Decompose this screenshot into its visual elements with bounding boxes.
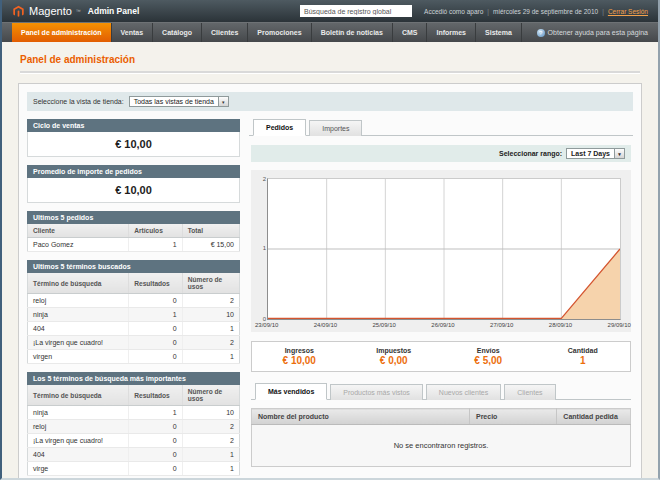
results-cell: 1 [129, 406, 183, 420]
y-axis-tick: 1 [257, 245, 266, 251]
table-row[interactable]: reloj 0 2 [28, 420, 240, 434]
uses-cell: 1 [182, 322, 239, 336]
column-header: Término de búsqueda [28, 385, 129, 406]
results-cell: 0 [129, 434, 183, 448]
dashboard-container: Seleccione la vista de tienda: Todas las… [18, 83, 642, 480]
table-row[interactable]: ¡La virgen que cuadro! 0 2 [28, 434, 240, 448]
nav-item[interactable]: Sistema [476, 23, 522, 42]
trademark-mark: ™ [76, 8, 81, 14]
column-header: Resultados [129, 273, 183, 294]
search-term-cell: ninja [28, 406, 129, 420]
column-header: Nombre del producto [252, 409, 470, 425]
total-cell: Cantidad 1 [536, 347, 631, 366]
session-info: Accedió como aparo | miércoles 29 de sep… [424, 8, 648, 15]
panel-title: Los 5 términos de búsqueda más important… [27, 372, 240, 385]
global-search-input[interactable] [300, 5, 412, 17]
nav-item[interactable]: Ventas [112, 23, 154, 42]
lifetime-sales-panel: Ciclo de ventas € 10,00 [27, 119, 240, 157]
table-row[interactable]: ninja 1 10 [28, 308, 240, 322]
tab-label: Nuevos clientes [439, 389, 488, 396]
main-nav: Panel de administración Ventas Catálogo … [2, 22, 658, 42]
uses-cell: 10 [182, 308, 239, 322]
search-term-cell: ¡La virgen que cuadro! [28, 434, 129, 448]
panel-title: Promedio de importe de pedidos [27, 165, 240, 178]
column-header: Número de usos [182, 385, 239, 406]
panel-title: Ultimos 5 términos buscados [27, 260, 240, 273]
content-area: Panel de administración Seleccione la vi… [2, 42, 658, 479]
range-select[interactable]: Last 7 Days ▾ [566, 148, 625, 159]
nav-item[interactable]: CMS [393, 23, 428, 42]
magento-admin-window: Magento™ Admin Panel Accedió como aparo … [0, 0, 660, 480]
uses-cell: 2 [182, 420, 239, 434]
results-cell: 0 [129, 448, 183, 462]
y-axis-tick: 2 [257, 176, 266, 182]
table-row[interactable]: virgen 0 1 [28, 350, 240, 364]
search-term-cell: ¡La virgen que cuadro! [28, 336, 129, 350]
page-help-link[interactable]: ? Obtener ayuda para esta página [537, 23, 658, 42]
store-view-select[interactable]: Todas las vistas de tienda ▾ [129, 96, 229, 107]
results-cell: 0 [129, 322, 183, 336]
title-divider [20, 71, 640, 74]
nav-item-label: CMS [402, 29, 418, 36]
top-search-terms-panel: Los 5 términos de búsqueda más important… [27, 372, 240, 476]
table-row[interactable]: ninja 1 10 [28, 406, 240, 420]
grid-tab[interactable]: Más vendidos [255, 383, 327, 400]
results-cell: 0 [129, 336, 183, 350]
nav-item[interactable]: Catálogo [153, 23, 202, 42]
nav-item-label: Clientes [211, 29, 238, 36]
chevron-down-icon: ▾ [218, 97, 228, 106]
chart-tab[interactable]: Pedidos [253, 119, 306, 136]
table-row[interactable]: virge 0 1 [28, 462, 240, 476]
uses-cell: 1 [182, 350, 239, 364]
page-title: Panel de administración [20, 54, 640, 65]
logout-link[interactable]: Cerrar Sesión [608, 8, 648, 15]
totals-bar: Ingresos € 10,00 Impuestos € 0,00 Envíos [251, 341, 631, 372]
table-row[interactable]: reloj 0 2 [28, 294, 240, 308]
table-row[interactable]: 404 0 1 [28, 322, 240, 336]
table-row[interactable]: 404 0 1 [28, 448, 240, 462]
x-axis-tick: 29/09/10 [608, 322, 631, 328]
search-term-cell: virge [28, 462, 129, 476]
bestsellers-table: Nombre del producto Precio Cantidad pedi… [251, 408, 631, 467]
nav-item[interactable]: Boletín de noticias [312, 23, 393, 42]
x-axis-tick: 25/09/10 [373, 322, 396, 328]
logged-in-as: Accedió como aparo [424, 8, 483, 15]
table-row[interactable]: ¡La virgen que cuadro! 0 2 [28, 336, 240, 350]
magento-logo-icon [12, 5, 25, 18]
grid-tab[interactable]: Nuevos clientes [426, 384, 501, 400]
results-cell: 0 [129, 462, 183, 476]
table-row[interactable]: Paco Gomez 1 € 15,00 [28, 238, 240, 252]
search-term-cell: ninja [28, 308, 129, 322]
grid-tab[interactable]: Clientes [504, 384, 555, 400]
total-cell: € 15,00 [182, 238, 239, 252]
column-header: Precio [469, 409, 556, 425]
nav-item[interactable]: Panel de administración [12, 23, 112, 42]
column-header: Resultados [129, 385, 183, 406]
grid-tab[interactable]: Productos más vistos [330, 384, 423, 400]
column-header: Cliente [28, 224, 129, 238]
total-value: 1 [536, 355, 631, 366]
nav-item-label: Ventas [121, 29, 144, 36]
chart-tab[interactable]: Importes [309, 120, 362, 136]
nav-item[interactable]: Clientes [202, 23, 248, 42]
left-column: Ciclo de ventas € 10,00 Promedio de impo… [27, 119, 240, 476]
uses-cell: 2 [182, 336, 239, 350]
current-date: miércoles 29 de septiembre de 2010 [493, 8, 598, 15]
uses-cell: 1 [182, 448, 239, 462]
store-view-selected: Todas las vistas de tienda [130, 97, 218, 106]
nav-item[interactable]: Informes [427, 23, 476, 42]
panel-title: Ultimos 5 pedidos [27, 211, 240, 224]
uses-cell: 2 [182, 434, 239, 448]
tab-label: Pedidos [266, 124, 293, 131]
uses-cell: 10 [182, 406, 239, 420]
chart-tabs: Pedidos Importes [249, 119, 633, 136]
column-header: Total [182, 224, 239, 238]
total-value: € 0,00 [347, 355, 442, 366]
results-cell: 0 [129, 350, 183, 364]
panel-title: Ciclo de ventas [27, 119, 240, 132]
nav-item[interactable]: Promociones [248, 23, 311, 42]
nav-item-label: Panel de administración [21, 29, 102, 36]
items-cell: 1 [129, 238, 183, 252]
range-label: Seleccionar rango: [499, 150, 562, 157]
last-orders-table: Cliente Artículos Total Paco Gomez 1 [27, 224, 240, 252]
